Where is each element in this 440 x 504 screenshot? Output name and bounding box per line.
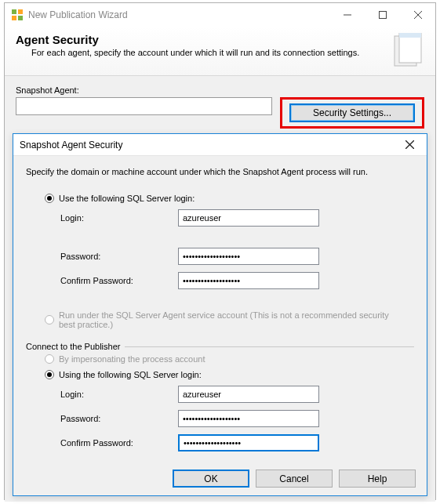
login-field[interactable] (178, 209, 319, 227)
radio-icon (45, 194, 54, 203)
svg-rect-1 (18, 9, 23, 14)
cancel-button[interactable]: Cancel (256, 470, 333, 488)
radio-icon (45, 370, 54, 379)
radio-pub-sql-login[interactable]: Using the following SQL Server login: (45, 370, 414, 379)
header-title: Agent Security (16, 33, 382, 46)
snapshot-agent-field[interactable] (16, 97, 272, 115)
svg-rect-10 (399, 33, 421, 38)
window-title: New Publication Wizard (28, 9, 329, 20)
radio-label: Use the following SQL Server login: (59, 194, 195, 203)
ok-button[interactable]: OK (173, 470, 249, 488)
radio-icon (45, 354, 54, 364)
header: Agent Security For each agent, specify t… (5, 27, 435, 76)
radio-label: Using the following SQL Server login: (59, 370, 202, 379)
minimize-button[interactable] (329, 4, 365, 26)
confirm-password-label: Confirm Password: (60, 276, 178, 285)
password-label: Password: (60, 252, 178, 261)
maximize-button[interactable] (365, 4, 400, 26)
pub-password-field[interactable] (178, 410, 319, 427)
pub-password-label: Password: (60, 414, 178, 423)
pub-confirm-password-field[interactable] (178, 434, 319, 451)
titlebar: New Publication Wizard (5, 3, 435, 27)
radio-label: Run under the SQL Server Agent service a… (59, 310, 396, 329)
login-label: Login: (60, 213, 178, 223)
password-field[interactable] (178, 248, 319, 265)
svg-rect-2 (12, 16, 16, 20)
pub-login-field[interactable] (178, 386, 319, 403)
radio-impersonate: By impersonating the process account (45, 354, 414, 364)
app-icon (11, 9, 24, 21)
dialog-buttons: OK Cancel Help (173, 470, 416, 488)
close-button[interactable] (400, 4, 435, 26)
radio-use-sql-login[interactable]: Use the following SQL Server login: (45, 194, 414, 203)
help-button[interactable]: Help (339, 470, 416, 488)
radio-agent-account: Run under the SQL Server Agent service a… (45, 310, 414, 329)
security-highlight: Security Settings... (280, 97, 424, 129)
header-desc: For each agent, specify the account unde… (31, 48, 382, 57)
confirm-password-field[interactable] (178, 272, 319, 289)
svg-rect-5 (379, 12, 386, 19)
snapshot-agent-label: Snapshot Agent: (16, 85, 424, 95)
svg-rect-0 (12, 9, 16, 14)
pub-login-label: Login: (60, 390, 178, 399)
security-settings-button[interactable]: Security Settings... (289, 103, 415, 122)
connect-publisher-heading: Connect to the Publisher (26, 342, 414, 351)
modal-close-button[interactable] (392, 135, 427, 155)
snapshot-security-dialog: Snapshot Agent Security Specify the doma… (13, 133, 427, 496)
header-graphic (390, 33, 424, 67)
modal-intro: Specify the domain or machine account un… (26, 167, 414, 176)
modal-title: Snapshot Agent Security (20, 140, 392, 150)
svg-rect-3 (18, 16, 23, 20)
radio-icon (45, 315, 54, 325)
radio-label: By impersonating the process account (59, 354, 205, 364)
pub-confirm-password-label: Confirm Password: (60, 438, 178, 448)
modal-titlebar: Snapshot Agent Security (13, 134, 427, 156)
